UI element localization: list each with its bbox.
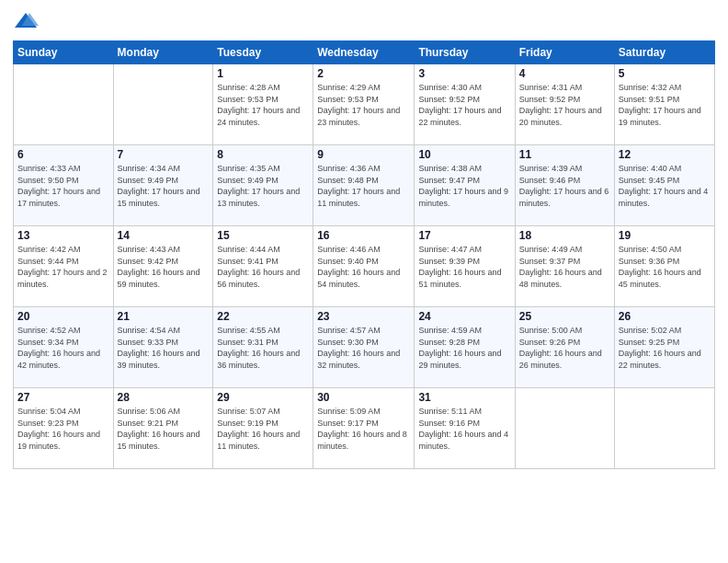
- calendar-cell: 27Sunrise: 5:04 AM Sunset: 9:23 PM Dayli…: [14, 388, 114, 469]
- calendar-cell: [113, 64, 213, 145]
- day-info: Sunrise: 4:31 AM Sunset: 9:52 PM Dayligh…: [519, 82, 610, 128]
- calendar-week-2: 6Sunrise: 4:33 AM Sunset: 9:50 PM Daylig…: [14, 145, 715, 226]
- calendar-cell: [515, 388, 614, 469]
- calendar-week-3: 13Sunrise: 4:42 AM Sunset: 9:44 PM Dayli…: [14, 226, 715, 307]
- day-number: 29: [217, 391, 309, 404]
- weekday-header-friday: Friday: [515, 41, 614, 64]
- header: [13, 9, 715, 35]
- day-number: 18: [519, 229, 610, 242]
- main-container: SundayMondayTuesdayWednesdayThursdayFrid…: [0, 0, 728, 478]
- calendar-cell: 13Sunrise: 4:42 AM Sunset: 9:44 PM Dayli…: [14, 226, 114, 307]
- day-info: Sunrise: 4:30 AM Sunset: 9:52 PM Dayligh…: [418, 82, 510, 128]
- calendar-cell: 5Sunrise: 4:32 AM Sunset: 9:51 PM Daylig…: [614, 64, 714, 145]
- calendar-cell: 23Sunrise: 4:57 AM Sunset: 9:30 PM Dayli…: [313, 307, 415, 388]
- calendar-cell: 4Sunrise: 4:31 AM Sunset: 9:52 PM Daylig…: [515, 64, 614, 145]
- calendar-cell: 17Sunrise: 4:47 AM Sunset: 9:39 PM Dayli…: [415, 226, 515, 307]
- calendar-week-4: 20Sunrise: 4:52 AM Sunset: 9:34 PM Dayli…: [14, 307, 715, 388]
- calendar-cell: 31Sunrise: 5:11 AM Sunset: 9:16 PM Dayli…: [415, 388, 515, 469]
- calendar-cell: 14Sunrise: 4:43 AM Sunset: 9:42 PM Dayli…: [113, 226, 213, 307]
- day-info: Sunrise: 4:54 AM Sunset: 9:33 PM Dayligh…: [118, 325, 210, 371]
- day-number: 12: [619, 148, 711, 161]
- day-number: 10: [418, 148, 510, 161]
- calendar-cell: 29Sunrise: 5:07 AM Sunset: 9:19 PM Dayli…: [213, 388, 313, 469]
- day-info: Sunrise: 5:09 AM Sunset: 9:17 PM Dayligh…: [317, 406, 410, 452]
- day-number: 8: [217, 148, 309, 161]
- day-number: 19: [619, 229, 711, 242]
- day-info: Sunrise: 4:59 AM Sunset: 9:28 PM Dayligh…: [418, 325, 510, 371]
- calendar-cell: 7Sunrise: 4:34 AM Sunset: 9:49 PM Daylig…: [113, 145, 213, 226]
- day-number: 9: [317, 148, 410, 161]
- weekday-header-thursday: Thursday: [415, 41, 515, 64]
- day-info: Sunrise: 4:47 AM Sunset: 9:39 PM Dayligh…: [418, 244, 510, 290]
- day-number: 14: [118, 229, 210, 242]
- day-info: Sunrise: 5:11 AM Sunset: 9:16 PM Dayligh…: [418, 406, 510, 452]
- day-info: Sunrise: 4:40 AM Sunset: 9:45 PM Dayligh…: [619, 163, 711, 209]
- calendar-cell: [14, 64, 114, 145]
- calendar-week-1: 1Sunrise: 4:28 AM Sunset: 9:53 PM Daylig…: [14, 64, 715, 145]
- calendar-cell: 10Sunrise: 4:38 AM Sunset: 9:47 PM Dayli…: [415, 145, 515, 226]
- calendar-cell: 28Sunrise: 5:06 AM Sunset: 9:21 PM Dayli…: [113, 388, 213, 469]
- calendar-cell: 21Sunrise: 4:54 AM Sunset: 9:33 PM Dayli…: [113, 307, 213, 388]
- day-info: Sunrise: 5:07 AM Sunset: 9:19 PM Dayligh…: [217, 406, 309, 452]
- day-info: Sunrise: 4:46 AM Sunset: 9:40 PM Dayligh…: [317, 244, 410, 290]
- day-number: 26: [619, 310, 711, 323]
- calendar-cell: 2Sunrise: 4:29 AM Sunset: 9:53 PM Daylig…: [313, 64, 415, 145]
- day-number: 30: [317, 391, 410, 404]
- day-info: Sunrise: 4:36 AM Sunset: 9:48 PM Dayligh…: [317, 163, 410, 209]
- day-number: 25: [519, 310, 610, 323]
- calendar-cell: 11Sunrise: 4:39 AM Sunset: 9:46 PM Dayli…: [515, 145, 614, 226]
- day-info: Sunrise: 4:35 AM Sunset: 9:49 PM Dayligh…: [217, 163, 309, 209]
- day-info: Sunrise: 4:43 AM Sunset: 9:42 PM Dayligh…: [118, 244, 210, 290]
- day-number: 13: [17, 229, 109, 242]
- day-number: 7: [118, 148, 210, 161]
- calendar-cell: 1Sunrise: 4:28 AM Sunset: 9:53 PM Daylig…: [213, 64, 313, 145]
- day-info: Sunrise: 4:29 AM Sunset: 9:53 PM Dayligh…: [317, 82, 410, 128]
- day-info: Sunrise: 5:02 AM Sunset: 9:25 PM Dayligh…: [619, 325, 711, 371]
- day-number: 20: [17, 310, 109, 323]
- day-number: 3: [418, 67, 510, 80]
- day-number: 11: [519, 148, 610, 161]
- day-info: Sunrise: 4:57 AM Sunset: 9:30 PM Dayligh…: [317, 325, 410, 371]
- day-info: Sunrise: 4:38 AM Sunset: 9:47 PM Dayligh…: [418, 163, 510, 209]
- day-info: Sunrise: 4:39 AM Sunset: 9:46 PM Dayligh…: [519, 163, 610, 209]
- calendar-cell: 12Sunrise: 4:40 AM Sunset: 9:45 PM Dayli…: [614, 145, 714, 226]
- day-info: Sunrise: 5:04 AM Sunset: 9:23 PM Dayligh…: [17, 406, 109, 452]
- calendar-cell: 30Sunrise: 5:09 AM Sunset: 9:17 PM Dayli…: [313, 388, 415, 469]
- day-number: 27: [17, 391, 109, 404]
- calendar-cell: 3Sunrise: 4:30 AM Sunset: 9:52 PM Daylig…: [415, 64, 515, 145]
- day-number: 2: [317, 67, 410, 80]
- day-number: 16: [317, 229, 410, 242]
- calendar-cell: 18Sunrise: 4:49 AM Sunset: 9:37 PM Dayli…: [515, 226, 614, 307]
- weekday-header-monday: Monday: [113, 41, 213, 64]
- day-info: Sunrise: 4:32 AM Sunset: 9:51 PM Dayligh…: [619, 82, 711, 128]
- day-number: 31: [418, 391, 510, 404]
- day-info: Sunrise: 4:50 AM Sunset: 9:36 PM Dayligh…: [619, 244, 711, 290]
- day-number: 23: [317, 310, 410, 323]
- day-info: Sunrise: 4:28 AM Sunset: 9:53 PM Dayligh…: [217, 82, 309, 128]
- calendar-week-5: 27Sunrise: 5:04 AM Sunset: 9:23 PM Dayli…: [14, 388, 715, 469]
- day-number: 4: [519, 67, 610, 80]
- day-number: 21: [118, 310, 210, 323]
- calendar-cell: 15Sunrise: 4:44 AM Sunset: 9:41 PM Dayli…: [213, 226, 313, 307]
- weekday-header-wednesday: Wednesday: [313, 41, 415, 64]
- day-info: Sunrise: 4:49 AM Sunset: 9:37 PM Dayligh…: [519, 244, 610, 290]
- day-info: Sunrise: 4:52 AM Sunset: 9:34 PM Dayligh…: [17, 325, 109, 371]
- day-number: 5: [619, 67, 711, 80]
- weekday-header-tuesday: Tuesday: [213, 41, 313, 64]
- calendar-cell: 20Sunrise: 4:52 AM Sunset: 9:34 PM Dayli…: [14, 307, 114, 388]
- calendar-cell: 26Sunrise: 5:02 AM Sunset: 9:25 PM Dayli…: [614, 307, 714, 388]
- day-info: Sunrise: 4:55 AM Sunset: 9:31 PM Dayligh…: [217, 325, 309, 371]
- day-number: 6: [17, 148, 109, 161]
- calendar-cell: 25Sunrise: 5:00 AM Sunset: 9:26 PM Dayli…: [515, 307, 614, 388]
- day-number: 17: [418, 229, 510, 242]
- logo-icon: [13, 9, 39, 35]
- day-number: 28: [118, 391, 210, 404]
- day-info: Sunrise: 5:00 AM Sunset: 9:26 PM Dayligh…: [519, 325, 610, 371]
- weekday-header-row: SundayMondayTuesdayWednesdayThursdayFrid…: [14, 41, 715, 64]
- day-info: Sunrise: 4:33 AM Sunset: 9:50 PM Dayligh…: [17, 163, 109, 209]
- logo: [13, 9, 42, 35]
- weekday-header-sunday: Sunday: [14, 41, 114, 64]
- day-number: 1: [217, 67, 309, 80]
- calendar-cell: 9Sunrise: 4:36 AM Sunset: 9:48 PM Daylig…: [313, 145, 415, 226]
- calendar-cell: 8Sunrise: 4:35 AM Sunset: 9:49 PM Daylig…: [213, 145, 313, 226]
